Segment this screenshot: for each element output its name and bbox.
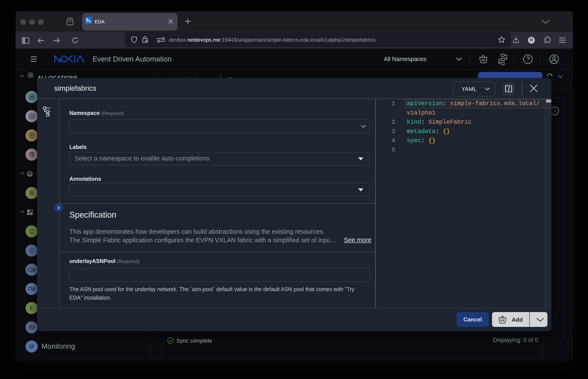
svg-text:IP: IP (30, 115, 33, 118)
svg-text:IP: IP (30, 134, 33, 137)
